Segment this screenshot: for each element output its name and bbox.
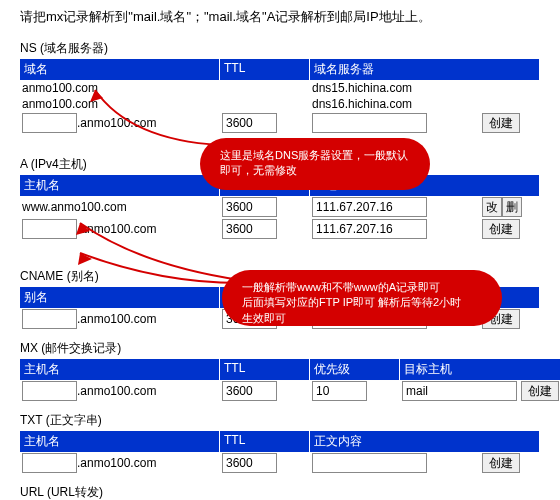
callout2-line3: 生效即可 [242,311,482,326]
ns-create-button[interactable]: 创建 [482,113,520,133]
a-edit-button[interactable]: 改 [482,197,502,217]
callout1-line2: 即可，无需修改 [220,163,410,178]
cname-h-alias: 别名 [20,287,220,308]
txt-h-content: 正文内容 [310,431,540,452]
txt-create-button[interactable]: 创建 [482,453,520,473]
callout2-line2: 后面填写对应的FTP IP即可 解析后等待2小时 [242,295,482,310]
cname-alias-input[interactable] [22,309,77,329]
a-delete-button[interactable]: 删 [502,197,522,217]
mx-ttl-input[interactable] [222,381,277,401]
ns-h-server: 域名服务器 [310,59,540,80]
txt-host-input[interactable] [22,453,77,473]
a-create-button[interactable]: 创建 [482,219,520,239]
a-row-ttl-input[interactable] [222,197,277,217]
mx-create-button[interactable]: 创建 [521,381,559,401]
svg-marker-0 [90,90,103,102]
txt-title: TXT (正文字串) [20,412,540,429]
mx-h-target: 目标主机 [400,359,560,380]
cname-suffix: .anmo100.com [77,312,156,326]
ns-h-ttl: TTL [220,59,310,80]
txt-ttl-input[interactable] [222,453,277,473]
txt-suffix: .anmo100.com [77,456,156,470]
mx-h-ttl: TTL [220,359,310,380]
ns-title: NS (域名服务器) [20,40,540,57]
mx-h-host: 主机名 [20,359,220,380]
ns-h-domain: 域名 [20,59,220,80]
ns-row-server: dns15.hichina.com [310,80,540,96]
mx-suffix: .anmo100.com [77,384,156,398]
callout2-arrow [60,215,260,285]
txt-h-ttl: TTL [220,431,310,452]
ns-server-input[interactable] [312,113,427,133]
ns-domain-input[interactable] [22,113,77,133]
a-h-host: 主机名 [20,175,220,196]
callout2-line1: 一般解析带www和不带www的A记录即可 [242,280,482,295]
ns-row-server: dns16.hichina.com [310,96,540,112]
mx-target-input[interactable] [402,381,517,401]
callout2: 一般解析带www和不带www的A记录即可 后面填写对应的FTP IP即可 解析后… [222,270,502,326]
mx-pri-input[interactable] [312,381,367,401]
txt-h-host: 主机名 [20,431,220,452]
a-ip-input[interactable] [312,219,427,239]
callout1-line1: 这里是域名DNS服务器设置，一般默认 [220,148,410,163]
mx-host-input[interactable] [22,381,77,401]
callout1: 这里是域名DNS服务器设置，一般默认 即可，无需修改 [200,138,430,190]
intro-text: 请把mx记录解析到"mail.域名"；"mail.域名"A记录解析到邮局IP地址… [20,8,540,26]
mx-title: MX (邮件交换记录) [20,340,540,357]
mx-h-pri: 优先级 [310,359,400,380]
txt-content-input[interactable] [312,453,427,473]
url-title: URL (URL转发) [20,484,540,500]
a-row-ip-input[interactable] [312,197,427,217]
